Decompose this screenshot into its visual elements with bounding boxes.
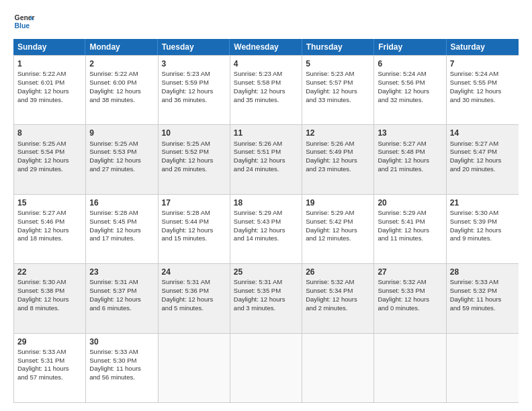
day-info-line: Sunrise: 5:27 AM — [17, 209, 82, 218]
calendar-row-2: 8Sunrise: 5:25 AMSunset: 5:54 PMDaylight… — [14, 124, 519, 193]
day-info-line: and 18 minutes. — [17, 234, 82, 243]
day-info-line: Sunrise: 5:32 AM — [306, 278, 370, 287]
day-number: 11 — [234, 128, 298, 138]
day-number: 20 — [378, 197, 442, 208]
day-info-line: and 14 minutes. — [234, 234, 298, 243]
day-cell-5: 5Sunrise: 5:23 AMSunset: 5:57 PMDaylight… — [302, 56, 374, 124]
svg-text:Blue: Blue — [15, 22, 30, 30]
day-info-line: and 32 minutes. — [378, 96, 442, 105]
day-info-line: Sunset: 6:00 PM — [89, 79, 154, 87]
empty-cell — [374, 334, 446, 402]
day-info-line: Daylight: 12 hours — [450, 226, 515, 235]
day-info-line: Sunrise: 5:25 AM — [162, 140, 226, 148]
day-cell-27: 27Sunrise: 5:32 AMSunset: 5:33 PMDayligh… — [374, 264, 446, 332]
day-info-line: and 24 minutes. — [234, 165, 298, 174]
day-info-line: Sunrise: 5:31 AM — [162, 278, 226, 287]
day-cell-26: 26Sunrise: 5:32 AMSunset: 5:34 PMDayligh… — [302, 264, 374, 332]
day-info-line: Sunrise: 5:29 AM — [234, 209, 298, 218]
day-info-line: Daylight: 11 hours — [450, 295, 515, 304]
day-info-line: Sunrise: 5:25 AM — [17, 140, 82, 148]
empty-cell — [230, 334, 302, 402]
empty-cell — [447, 334, 519, 402]
day-info-line: Sunset: 5:46 PM — [17, 218, 82, 226]
day-number: 16 — [89, 197, 154, 208]
day-cell-10: 10Sunrise: 5:25 AMSunset: 5:52 PMDayligh… — [159, 125, 230, 193]
day-info-line: Daylight: 12 hours — [306, 87, 370, 96]
day-info-line: Sunset: 5:38 PM — [17, 287, 82, 295]
day-number: 3 — [162, 58, 226, 69]
day-info-line: Daylight: 12 hours — [17, 87, 82, 96]
day-info-line: and 6 minutes. — [89, 304, 154, 313]
day-info-line: Sunrise: 5:23 AM — [306, 70, 370, 79]
day-cell-19: 19Sunrise: 5:29 AMSunset: 5:42 PMDayligh… — [302, 195, 374, 263]
header-day-monday: Monday — [85, 39, 157, 55]
day-info-line: Sunset: 5:44 PM — [162, 218, 226, 226]
day-info-line: Sunset: 5:47 PM — [450, 148, 515, 156]
day-info-line: Daylight: 12 hours — [450, 156, 515, 165]
calendar-row-5: 29Sunrise: 5:33 AMSunset: 5:31 PMDayligh… — [14, 333, 519, 402]
header: General Blue — [13, 11, 519, 32]
calendar-row-4: 22Sunrise: 5:30 AMSunset: 5:38 PMDayligh… — [14, 263, 519, 332]
day-info-line: Sunrise: 5:23 AM — [234, 70, 298, 79]
day-number: 28 — [450, 267, 515, 277]
day-cell-12: 12Sunrise: 5:26 AMSunset: 5:49 PMDayligh… — [302, 125, 374, 193]
day-number: 4 — [234, 58, 298, 69]
day-info-line: Daylight: 12 hours — [162, 87, 226, 96]
day-info-line: Daylight: 12 hours — [450, 87, 515, 96]
day-info-line: and 36 minutes. — [162, 96, 226, 105]
day-cell-9: 9Sunrise: 5:25 AMSunset: 5:53 PMDaylight… — [86, 125, 158, 193]
day-info-line: Sunrise: 5:27 AM — [378, 140, 442, 148]
calendar-body: 1Sunrise: 5:22 AMSunset: 6:01 PMDaylight… — [13, 55, 519, 403]
day-info-line: Sunset: 5:35 PM — [234, 287, 298, 295]
header-day-friday: Friday — [374, 39, 446, 55]
day-info-line: and 26 minutes. — [162, 165, 226, 174]
header-day-wednesday: Wednesday — [230, 39, 302, 55]
day-info-line: Sunrise: 5:31 AM — [89, 278, 154, 287]
day-number: 7 — [450, 58, 515, 69]
day-info-line: and 2 minutes. — [306, 304, 370, 313]
day-info-line: Daylight: 11 hours — [89, 365, 154, 373]
day-info-line: and 8 minutes. — [17, 304, 82, 313]
day-info-line: Daylight: 12 hours — [234, 295, 298, 304]
day-info-line: and 27 minutes. — [89, 165, 154, 174]
day-info-line: Sunset: 5:57 PM — [306, 79, 370, 87]
calendar-row-1: 1Sunrise: 5:22 AMSunset: 6:01 PMDaylight… — [14, 55, 519, 124]
day-info-line: Daylight: 12 hours — [234, 226, 298, 235]
day-info-line: Daylight: 12 hours — [234, 156, 298, 165]
day-info-line: Sunset: 5:54 PM — [17, 148, 82, 156]
day-number: 9 — [89, 128, 154, 138]
day-info-line: Sunset: 5:53 PM — [89, 148, 154, 156]
day-info-line: Sunrise: 5:24 AM — [450, 70, 515, 79]
day-number: 13 — [378, 128, 442, 138]
day-cell-2: 2Sunrise: 5:22 AMSunset: 6:00 PMDaylight… — [86, 56, 158, 124]
day-info-line: Sunset: 5:43 PM — [234, 218, 298, 226]
day-info-line: Sunset: 5:34 PM — [306, 287, 370, 295]
day-info-line: Daylight: 12 hours — [89, 87, 154, 96]
header-day-saturday: Saturday — [447, 39, 519, 55]
day-cell-4: 4Sunrise: 5:23 AMSunset: 5:58 PMDaylight… — [230, 56, 302, 124]
day-info-line: and 57 minutes. — [17, 373, 82, 382]
day-info-line: Daylight: 12 hours — [306, 156, 370, 165]
day-number: 24 — [162, 267, 226, 277]
day-number: 1 — [17, 58, 82, 69]
day-info-line: Sunset: 5:48 PM — [378, 148, 442, 156]
day-info-line: Daylight: 12 hours — [17, 226, 82, 235]
day-info-line: and 9 minutes. — [450, 234, 515, 243]
day-info-line: Sunrise: 5:26 AM — [306, 140, 370, 148]
empty-cell — [159, 334, 230, 402]
day-info-line: and 15 minutes. — [162, 234, 226, 243]
day-info-line: Sunrise: 5:28 AM — [162, 209, 226, 218]
day-number: 30 — [89, 336, 154, 347]
day-info-line: and 11 minutes. — [378, 234, 442, 243]
day-number: 29 — [17, 336, 82, 347]
day-info-line: and 56 minutes. — [89, 373, 154, 382]
day-cell-25: 25Sunrise: 5:31 AMSunset: 5:35 PMDayligh… — [230, 264, 302, 332]
day-cell-18: 18Sunrise: 5:29 AMSunset: 5:43 PMDayligh… — [230, 195, 302, 263]
day-info-line: Daylight: 12 hours — [378, 295, 442, 304]
day-number: 21 — [450, 197, 515, 208]
day-info-line: Sunset: 5:33 PM — [378, 287, 442, 295]
day-cell-17: 17Sunrise: 5:28 AMSunset: 5:44 PMDayligh… — [159, 195, 230, 263]
day-info-line: Sunrise: 5:33 AM — [89, 348, 154, 357]
day-info-line: Sunrise: 5:22 AM — [89, 70, 154, 79]
day-info-line: and 0 minutes. — [378, 304, 442, 313]
